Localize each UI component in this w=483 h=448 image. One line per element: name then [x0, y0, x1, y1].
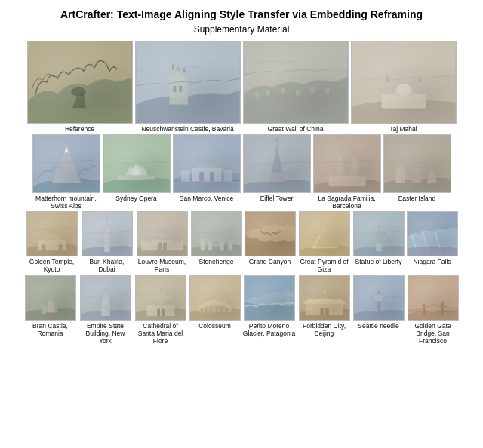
svg-point-15 — [396, 84, 411, 96]
image-golden-temple — [26, 211, 78, 256]
label-canyon: Grand Canyon — [249, 258, 291, 265]
svg-rect-25 — [180, 170, 189, 182]
svg-rect-67 — [146, 305, 174, 316]
image-cathedral — [135, 275, 186, 321]
image-niagara — [407, 211, 458, 256]
image-burj — [82, 211, 133, 256]
svg-rect-41 — [172, 234, 181, 243]
label-statue: Statue of Liberty — [355, 258, 402, 265]
image-sydney — [103, 134, 171, 193]
svg-rect-9 — [281, 87, 285, 94]
image-easter — [383, 134, 451, 193]
image-tajmahal — [351, 41, 457, 124]
image-perito — [244, 275, 295, 321]
label-pyramid: Great Pyramid of Giza — [298, 258, 351, 273]
page-subtitle: Supplementary Material — [6, 24, 477, 35]
svg-rect-81 — [423, 303, 425, 315]
svg-rect-16 — [385, 82, 389, 94]
label-forbidden: Forbidden City, Beijing — [298, 322, 351, 337]
svg-rect-74 — [320, 308, 324, 315]
image-greatwall — [243, 41, 349, 124]
svg-rect-56 — [376, 243, 382, 252]
image-pyramid — [299, 211, 350, 256]
svg-rect-49 — [219, 240, 223, 251]
label-perito: Perito Moreno Glacier, Patagonia — [243, 322, 296, 337]
svg-rect-8 — [266, 89, 269, 95]
image-bran — [25, 275, 76, 321]
svg-rect-42 — [158, 243, 162, 251]
cell-tajmahal: Taj Mahal — [351, 41, 457, 133]
cell-burj: Burj Khalifa, Dubai — [81, 211, 134, 273]
image-seattle — [353, 275, 405, 321]
image-golden-gate — [408, 275, 459, 321]
cell-golden-gate: Golden Gate Bridge, San Francisco — [407, 275, 460, 345]
image-ref — [27, 41, 133, 124]
svg-rect-5 — [179, 86, 182, 92]
svg-rect-20 — [118, 175, 155, 179]
svg-rect-48 — [206, 240, 214, 243]
label-cathedral: Cathedral of Santa Maria del Fiore — [134, 322, 187, 345]
cell-matterhorn: Matterhorn mountain, Swiss Alps — [32, 134, 100, 210]
label-seattle: Seattle needle — [358, 322, 398, 330]
svg-rect-26 — [223, 170, 232, 182]
label-tajmahal: Taj Mahal — [389, 125, 417, 133]
label-easter: Easter Island — [398, 195, 436, 202]
image-row-1: Reference Neuschwanstein Castle, Bavaria… — [6, 41, 477, 133]
cell-niagara: Niagara Falls — [407, 211, 458, 273]
cell-ref: Reference — [27, 41, 133, 133]
image-row-4: Bran Castle, Romania Empire State Buildi… — [6, 275, 477, 345]
label-golden-gate: Golden Gate Bridge, San Francisco — [407, 322, 460, 345]
label-golden-temple: Golden Temple, Kyoto — [26, 258, 78, 273]
image-louvre — [137, 211, 188, 256]
label-bran: Bran Castle, Romania — [24, 322, 77, 337]
label-niagara: Niagara Falls — [413, 258, 451, 265]
svg-rect-45 — [200, 240, 205, 251]
image-row-3: Golden Temple, Kyoto Burj Khalifa, Dubai… — [6, 211, 477, 273]
label-empire: Empire State Building, New York — [79, 322, 132, 345]
svg-rect-35 — [58, 245, 62, 251]
image-canyon — [245, 211, 296, 256]
cell-stonehenge: Stonehenge — [191, 211, 242, 273]
cell-sagrada: La Sagrada Familia, Barcelona — [313, 134, 381, 210]
svg-rect-34 — [42, 245, 45, 251]
label-burj: Burj Khalifa, Dubai — [81, 258, 134, 273]
image-row-2: Matterhorn mountain, Swiss Alps Sydney O… — [6, 134, 477, 210]
cell-empire: Empire State Building, New York — [79, 275, 132, 345]
label-sydney: Sydney Opera — [115, 195, 156, 202]
svg-rect-7 — [255, 91, 259, 97]
image-neuschwanstein — [135, 41, 241, 124]
cell-perito: Perito Moreno Glacier, Patagonia — [243, 275, 296, 345]
svg-rect-17 — [417, 82, 422, 94]
image-colosseum — [189, 275, 241, 321]
cell-canyon: Grand Canyon — [245, 211, 296, 273]
cell-easter: Easter Island — [383, 134, 451, 210]
cell-sanmarco: San Marco, Venice — [173, 134, 241, 210]
label-greatwall: Great Wall of China — [268, 125, 324, 133]
cell-forbidden: Forbidden City, Beijing — [298, 275, 351, 345]
label-eiffel: Eiffel Tower — [260, 195, 294, 202]
image-sanmarco — [173, 134, 241, 193]
label-ref: Reference — [65, 125, 94, 133]
label-colosseum: Colosseum — [198, 322, 231, 330]
cell-sydney: Sydney Opera — [103, 134, 171, 210]
label-matterhorn: Matterhorn mountain, Swiss Alps — [32, 195, 100, 210]
svg-rect-30 — [328, 175, 365, 186]
svg-rect-4 — [173, 86, 176, 92]
image-stonehenge — [191, 211, 242, 256]
svg-rect-82 — [441, 301, 443, 315]
label-stonehenge: Stonehenge — [199, 258, 234, 265]
cell-bran: Bran Castle, Romania — [24, 275, 77, 345]
svg-rect-59 — [48, 301, 54, 312]
cell-statue: Statue of Liberty — [353, 211, 405, 273]
svg-rect-22 — [192, 168, 221, 182]
svg-rect-68 — [157, 308, 160, 316]
cell-greatwall: Great Wall of China — [243, 41, 349, 133]
svg-point-1 — [71, 87, 86, 96]
page-title: ArtCrafter: Text-Image Aligning Style Tr… — [6, 8, 477, 23]
svg-rect-60 — [42, 305, 46, 314]
svg-rect-11 — [310, 87, 314, 93]
svg-rect-43 — [162, 243, 166, 251]
label-sagrada: La Sagrada Familia, Barcelona — [313, 195, 381, 210]
svg-rect-62 — [101, 301, 110, 315]
svg-rect-10 — [296, 89, 300, 95]
